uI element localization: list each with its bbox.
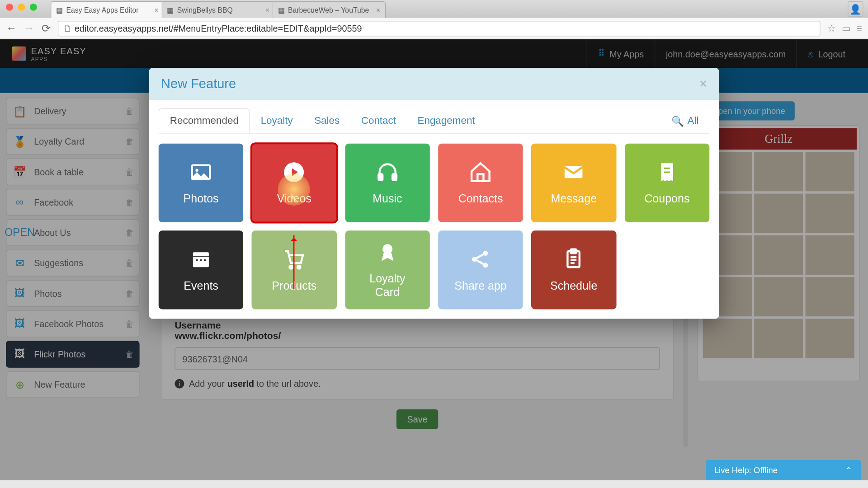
tile-music[interactable]: Music — [345, 144, 430, 222]
forward-button[interactable]: → — [24, 22, 35, 35]
tile-share-app[interactable]: Share app — [438, 230, 523, 309]
present-icon[interactable]: ▭ — [842, 23, 851, 34]
click-highlight — [278, 173, 310, 205]
modal-tab-all[interactable]: 🔍 All — [660, 109, 709, 133]
favicon: ▦ — [167, 6, 174, 14]
url-bar: ← → ⟳ 🗋 editor.easyeasyapps.net/#MenuEnt… — [0, 18, 868, 39]
minimize-window-icon[interactable] — [18, 4, 25, 11]
modal-header: New Feature × — [149, 68, 719, 100]
tile-events[interactable]: Events — [159, 230, 244, 309]
modal-tabs: RecommendedLoyaltySalesContactEngagement… — [149, 100, 719, 134]
svg-point-8 — [200, 259, 202, 261]
close-window-icon[interactable] — [6, 4, 13, 11]
modal-tab-sales[interactable]: Sales — [303, 109, 350, 133]
svg-point-11 — [297, 265, 301, 268]
svg-point-1 — [196, 169, 199, 172]
tab-bar: ▦Easy Easy Apps Editor×▦SwingBellys BBQ×… — [0, 0, 868, 18]
back-button[interactable]: ← — [6, 22, 17, 35]
new-feature-modal: New Feature × RecommendedLoyaltySalesCon… — [149, 68, 719, 319]
url-text: editor.easyeasyapps.net/#MenuEntryPlace:… — [75, 23, 362, 33]
tile-loyalty-card[interactable]: LoyaltyCard — [345, 230, 430, 309]
modal-tab-contact[interactable]: Contact — [350, 109, 407, 133]
tab-close-icon[interactable]: × — [376, 6, 380, 14]
svg-point-10 — [290, 265, 293, 268]
modal-title: New Feature — [161, 76, 236, 92]
page-icon: 🗋 — [63, 23, 72, 33]
svg-rect-3 — [378, 174, 382, 180]
tile-photos[interactable]: Photos — [159, 144, 244, 222]
tab-close-icon[interactable]: × — [155, 6, 159, 14]
favicon: ▦ — [56, 6, 63, 14]
menu-icon[interactable]: ≡ — [857, 23, 862, 34]
modal-tab-recommended[interactable]: Recommended — [159, 108, 250, 133]
search-icon: 🔍 — [671, 115, 684, 127]
tile-coupons[interactable]: Coupons — [625, 144, 710, 222]
tab-close-icon[interactable]: × — [265, 6, 269, 14]
bookmark-icon[interactable]: ☆ — [827, 23, 835, 34]
browser-tab[interactable]: ▦SwingBellys BBQ× — [161, 1, 275, 18]
svg-point-12 — [382, 244, 392, 254]
window-controls[interactable] — [6, 4, 37, 11]
address-input[interactable]: 🗋 editor.easyeasyapps.net/#MenuEntryPlac… — [58, 20, 820, 36]
feature-tiles: PhotosVideos↖MusicContactsMessageCoupons… — [149, 134, 719, 319]
svg-rect-4 — [392, 174, 396, 180]
browser-chrome: ▦Easy Easy Apps Editor×▦SwingBellys BBQ×… — [0, 0, 868, 39]
favicon: ▦ — [278, 6, 285, 14]
tile-schedule[interactable]: Schedule — [531, 230, 616, 309]
reload-button[interactable]: ⟳ — [42, 22, 51, 35]
svg-rect-17 — [571, 249, 577, 253]
tile-contacts[interactable]: Contacts — [438, 144, 523, 222]
svg-point-9 — [204, 259, 206, 261]
chevron-up-icon: ⌃ — [845, 465, 853, 475]
live-help-bar[interactable]: Live Help: Offline ⌃ — [706, 460, 861, 480]
modal-tab-engagement[interactable]: Engagement — [407, 109, 486, 133]
tile-videos[interactable]: Videos↖ — [252, 144, 337, 222]
tile-products[interactable]: Products — [252, 230, 337, 309]
profile-button[interactable]: 👤 — [848, 1, 863, 17]
close-icon[interactable]: × — [699, 76, 707, 92]
tile-message[interactable]: Message — [531, 144, 616, 222]
arrow-annotation — [293, 235, 295, 289]
zoom-window-icon[interactable] — [30, 4, 37, 11]
browser-tab[interactable]: ▦BarbecueWeb – YouTube× — [273, 1, 386, 18]
modal-tab-loyalty[interactable]: Loyalty — [250, 109, 304, 133]
svg-point-7 — [196, 259, 198, 261]
browser-tab[interactable]: ▦Easy Easy Apps Editor× — [51, 1, 164, 18]
